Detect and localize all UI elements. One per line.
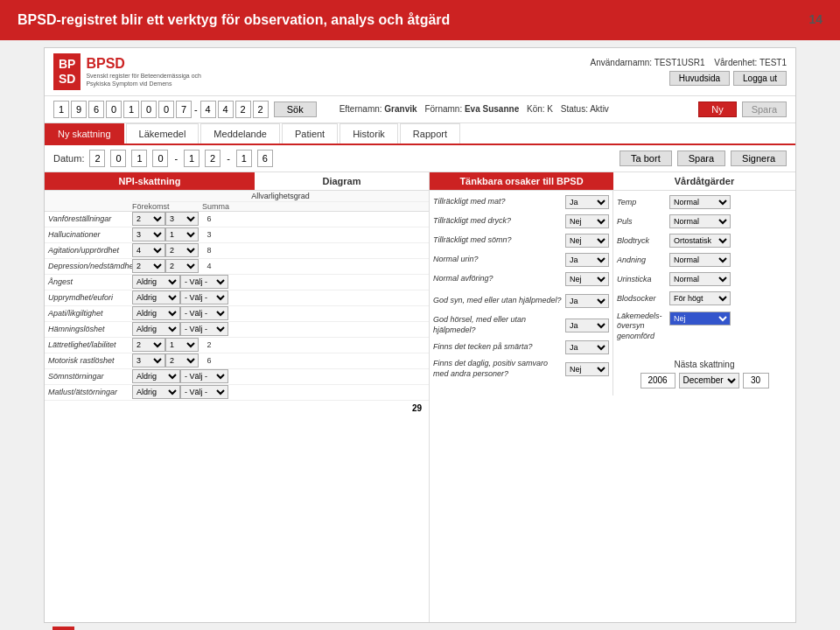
- care-lakemedel-select[interactable]: Nej: [669, 312, 731, 326]
- fornamn-value: Eva Susanne: [465, 104, 519, 114]
- id-digit-6[interactable]: [141, 101, 157, 118]
- npi-motorisk-forekomst[interactable]: 3: [132, 354, 165, 368]
- id-digit-8[interactable]: [176, 101, 192, 118]
- tab-historik[interactable]: Historik: [340, 123, 398, 144]
- next-year-input[interactable]: [640, 373, 676, 388]
- id-digit-10[interactable]: [218, 101, 234, 118]
- date-day2[interactable]: [257, 150, 273, 167]
- care-row-andning: Andning Normal: [617, 252, 792, 268]
- tab-patient[interactable]: Patient: [282, 123, 338, 144]
- cause-dryck-select[interactable]: Nej: [565, 214, 609, 228]
- npi-angest-allvarlighet[interactable]: - Välj -: [180, 275, 228, 289]
- npi-total-row: 29: [45, 401, 429, 416]
- id-digit-4[interactable]: [106, 101, 122, 118]
- npi-vanforestallningar-allvarlighet[interactable]: 3: [165, 212, 199, 226]
- npi-apati-forekomst[interactable]: Aldrig: [132, 306, 180, 320]
- cause-row-horsel: God hörsel, med eller utan hjälpmedel? J…: [433, 315, 609, 336]
- npi-angest-forekomst[interactable]: Aldrig: [132, 275, 180, 289]
- npi-somn-forekomst[interactable]: Aldrig: [132, 369, 180, 383]
- npi-upprymdhet-forekomst[interactable]: Aldrig: [132, 290, 180, 304]
- logo-subtext1: Svenskt register för Beteendemässiga och: [86, 72, 201, 80]
- id-digit-5[interactable]: [123, 101, 139, 118]
- npi-matlust-allvarlighet[interactable]: - Välj -: [180, 385, 228, 399]
- date-d1[interactable]: [89, 150, 105, 167]
- cause-syn-select[interactable]: Ja: [565, 294, 609, 308]
- care-puls-select[interactable]: Normal: [669, 214, 731, 228]
- care-urinsticka-select[interactable]: Normal: [669, 272, 731, 286]
- signera-button[interactable]: Signera: [731, 150, 787, 166]
- id-digit-11[interactable]: [235, 101, 251, 118]
- npi-lattretlighet-forekomst[interactable]: 2: [132, 338, 165, 352]
- npi-matlust-forekomst[interactable]: Aldrig: [132, 385, 180, 399]
- next-day-input[interactable]: [743, 373, 769, 388]
- search-button[interactable]: Sök: [274, 102, 317, 117]
- ny-button[interactable]: Ny: [698, 102, 736, 117]
- title-bar: BPSD-registret blir ett verktyg för obse…: [0, 0, 840, 40]
- npi-apati-allvarlighet[interactable]: - Välj -: [180, 306, 228, 320]
- ta-bort-button[interactable]: Ta bort: [620, 150, 672, 166]
- btn-huvudsida[interactable]: Huvudsida: [669, 71, 730, 86]
- npi-upprymdhet-allvarlighet[interactable]: - Välj -: [180, 290, 228, 304]
- right-panel: Tänkbara orsaker till BPSD Vårdåtgärder …: [430, 172, 795, 622]
- date-d2[interactable]: [110, 150, 126, 167]
- npi-hamning-allvarlighet[interactable]: - Välj -: [180, 322, 228, 336]
- npi-row-upprymdhet: Upprymdhet/eufori Aldrig - Välj -: [45, 290, 429, 306]
- efternamn-value: Granvik: [384, 104, 416, 114]
- spara-top-button[interactable]: Spara: [742, 102, 787, 117]
- npi-agitation-allvarlighet[interactable]: 2: [165, 243, 199, 257]
- npi-hamning-forekomst[interactable]: Aldrig: [132, 322, 180, 336]
- logo-area: BPSD BPSD Svenskt register för Beteendem…: [53, 53, 201, 90]
- date-day1[interactable]: [236, 150, 252, 167]
- id-digit-7[interactable]: [158, 101, 174, 118]
- main-content: NPI-skattning Diagram Allvarlighetsgrad …: [45, 172, 795, 622]
- npi-row-motorisk: Motorisk rastlöshet 3 2 6: [45, 354, 429, 369]
- npi-lattretlighet-allvarlighet[interactable]: 1: [165, 338, 199, 352]
- care-andning-select[interactable]: Normal: [669, 253, 731, 267]
- id-digit-12[interactable]: [253, 101, 269, 118]
- cause-urin-select[interactable]: Ja: [565, 253, 609, 267]
- date-m1[interactable]: [184, 150, 200, 167]
- unit-value: TEST1: [760, 58, 787, 67]
- tab-meddelande[interactable]: Meddelande: [200, 123, 280, 144]
- tab-rapport[interactable]: Rapport: [400, 123, 460, 144]
- date-d3[interactable]: [131, 150, 147, 167]
- npi-row-apati: Apati/likgiltighet Aldrig - Välj -: [45, 306, 429, 322]
- right-content-area: Tillräckligt med mat? Ja Tillräckligt me…: [430, 191, 795, 396]
- bottom-bar: BPSD Svenskt register för Beteendemässig…: [44, 623, 796, 630]
- id-digit-2[interactable]: [71, 101, 87, 118]
- id-digit-3[interactable]: [88, 101, 104, 118]
- btn-logga-ut[interactable]: Logga ut: [733, 71, 787, 86]
- cause-row-smarta: Finns det tecken på smärta? Ja: [433, 340, 609, 355]
- npi-depression-allvarlighet[interactable]: 2: [165, 259, 199, 273]
- user-info: Användarnamn: TEST1USR1 Vårdenhet: TEST1: [591, 58, 787, 67]
- cause-mat-select[interactable]: Ja: [565, 195, 609, 209]
- cause-avforing-select[interactable]: Nej: [565, 272, 609, 286]
- allvarlighet-col-header: [167, 202, 202, 211]
- npi-depression-forekomst[interactable]: 2: [132, 259, 165, 273]
- cause-samvaro-select[interactable]: Nej: [565, 362, 609, 376]
- id-digit-1[interactable]: [53, 101, 69, 118]
- unit-label: Vårdenhet:: [714, 58, 757, 67]
- npi-vanforestallningar-forekomst[interactable]: 2: [132, 212, 165, 226]
- npi-motorisk-allvarlighet[interactable]: 2: [165, 354, 199, 368]
- id-digit-9[interactable]: [200, 101, 216, 118]
- care-temp-select[interactable]: Normal: [669, 195, 731, 209]
- npi-somn-allvarlighet[interactable]: - Välj -: [180, 369, 228, 383]
- npi-hallucinationer-forekomst[interactable]: 3: [132, 228, 165, 242]
- cause-somn-select[interactable]: Nej: [565, 234, 609, 248]
- tab-lakemedel[interactable]: Läkemedel: [126, 123, 200, 144]
- spara-date-button[interactable]: Spara: [677, 150, 725, 166]
- date-d4[interactable]: [152, 150, 168, 167]
- cause-smarta-select[interactable]: Ja: [565, 340, 609, 354]
- npi-row-agitation: Agitation/upprördhet 4 2 8: [45, 243, 429, 259]
- care-blodsocker-select[interactable]: För högt: [669, 291, 731, 305]
- next-rating-section: Nästa skattning December: [617, 356, 792, 392]
- npi-row-matlust: Matlust/ätstörningar Aldrig - Välj -: [45, 385, 429, 401]
- tab-ny-skattning[interactable]: Ny skattning: [45, 123, 124, 144]
- npi-hallucinationer-allvarlighet[interactable]: 1: [165, 228, 199, 242]
- care-blodtryck-select[interactable]: Ortostatisk: [669, 234, 731, 248]
- npi-agitation-forekomst[interactable]: 4: [132, 243, 165, 257]
- next-month-select[interactable]: December: [679, 373, 739, 388]
- date-m2[interactable]: [205, 150, 220, 167]
- cause-horsel-select[interactable]: Ja: [565, 318, 609, 332]
